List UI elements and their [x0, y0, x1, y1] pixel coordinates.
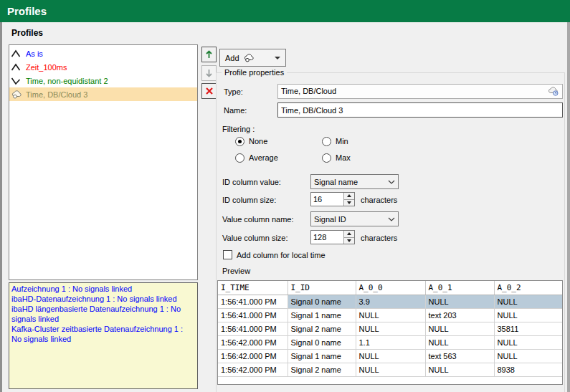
radio-circle-icon[interactable]	[322, 137, 331, 146]
preview-column-header[interactable]: I_ID	[288, 281, 356, 295]
spin-up-icon[interactable]	[344, 231, 354, 238]
value-column-size-value: 128	[311, 231, 343, 244]
value-size-characters-label: characters	[361, 234, 397, 242]
local-time-checkbox[interactable]	[223, 250, 232, 259]
name-input[interactable]	[277, 102, 563, 118]
preview-table-cell[interactable]: NULL	[494, 295, 563, 308]
red-x-icon	[205, 87, 214, 95]
preview-table-cell[interactable]: Signal 2 name	[288, 322, 356, 335]
profile-list-item-label: Zeit_100ms	[26, 63, 67, 72]
id-column-size-label: ID column size:	[222, 196, 276, 204]
preview-table-cell[interactable]: 1:56:42.000 PM	[218, 363, 288, 376]
window-frame-right	[567, 22, 570, 392]
preview-column-header[interactable]: A_0_1	[425, 281, 494, 295]
preview-table-cell[interactable]: text 203	[425, 308, 494, 322]
id-column-size-spinner[interactable]: 16	[310, 192, 355, 206]
value-column-name-label: Value column name:	[222, 215, 293, 224]
preview-table: I_TIMEI_IDA_0_0A_0_1A_0_2 1:56:41.000 PM…	[217, 280, 563, 385]
spin-down-icon[interactable]	[344, 200, 354, 206]
filtering-radio-group: NoneMinAverageMax	[235, 136, 422, 163]
profile-list-item[interactable]: Zeit_100ms	[9, 60, 197, 74]
profile-list-item[interactable]: Time, non-equidistant 2	[9, 74, 197, 87]
preview-table-row[interactable]: 1:56:42.000 PMSignal 0 name1.1NULLNULL	[218, 335, 563, 349]
preview-table-cell[interactable]: NULL	[425, 322, 494, 335]
preview-table-cell[interactable]: text 563	[425, 349, 494, 363]
preview-table-cell[interactable]: NULL	[356, 322, 425, 335]
filter-radio-none[interactable]: None	[235, 136, 322, 146]
preview-table-cell[interactable]: Signal 1 name	[288, 308, 356, 322]
recorder-message: Kafka-Cluster zeitbasierte Datenaufzeich…	[11, 324, 195, 344]
add-button-label: Add	[225, 54, 239, 62]
name-label: Name:	[224, 106, 247, 115]
preview-table-cell[interactable]: 8938	[494, 363, 563, 376]
radio-circle-icon[interactable]	[235, 137, 244, 146]
filter-radio-average[interactable]: Average	[235, 153, 322, 163]
preview-table-cell[interactable]: Signal 1 name	[288, 349, 356, 363]
preview-table-cell[interactable]: 1.1	[356, 335, 425, 349]
add-dropdown-caret-icon	[275, 57, 280, 59]
preview-table-row[interactable]: 1:56:42.000 PMSignal 2 nameNULLNULL8938	[218, 363, 563, 376]
preview-column-header[interactable]: I_TIME	[218, 281, 288, 295]
spin-down-icon[interactable]	[344, 238, 354, 244]
recorder-message: ibaHD-Datenaufzeichnung 1 : No signals l…	[11, 294, 195, 304]
local-time-checkbox-label: Add column for local time	[237, 251, 326, 259]
preview-table-cell[interactable]: NULL	[425, 363, 494, 376]
profiles-dialog: Profiles Profiles As isZeit_100msTime, n…	[0, 0, 570, 392]
preview-column-header[interactable]: A_0_0	[356, 281, 425, 295]
add-profile-button[interactable]: Add	[219, 49, 286, 67]
value-column-size-spinner[interactable]: 128	[310, 230, 355, 244]
preview-table-row[interactable]: 1:56:41.000 PMSignal 0 name3.9NULLNULL	[218, 295, 563, 308]
filter-radio-max[interactable]: Max	[322, 153, 422, 163]
preview-label: Preview	[222, 267, 250, 275]
profiles-listbox[interactable]: As isZeit_100msTime, non-equidistant 2Ti…	[9, 44, 198, 280]
delete-profile-button[interactable]	[201, 83, 217, 99]
arrow-up-icon	[205, 50, 213, 59]
preview-table-header-row: I_TIMEI_IDA_0_0A_0_1A_0_2	[218, 281, 563, 295]
preview-column-header[interactable]: A_0_2	[494, 281, 563, 295]
preview-table-cell[interactable]: 1:56:41.000 PM	[218, 322, 288, 335]
preview-table-row[interactable]: 1:56:42.000 PMSignal 1 nameNULLtext 563N…	[218, 349, 563, 363]
cloud-clock-icon	[11, 90, 23, 99]
preview-table-cell[interactable]: 35811	[494, 322, 563, 335]
preview-table-cell[interactable]: Signal 2 name	[288, 363, 356, 376]
filter-radio-label: Average	[249, 153, 278, 162]
line-valley-icon	[11, 76, 23, 85]
spin-up-icon[interactable]	[344, 193, 354, 200]
preview-table-cell[interactable]: 1:56:42.000 PM	[218, 335, 288, 349]
preview-table-cell[interactable]: NULL	[425, 335, 494, 349]
preview-table-cell[interactable]: NULL	[425, 295, 494, 308]
line-peak-icon	[11, 62, 23, 72]
preview-table-row[interactable]: 1:56:41.000 PMSignal 1 nameNULLtext 203N…	[218, 308, 563, 322]
preview-table-cell[interactable]: NULL	[494, 349, 563, 363]
preview-table-cell[interactable]: NULL	[356, 349, 425, 363]
id-size-characters-label: characters	[361, 196, 397, 204]
preview-table-cell[interactable]: NULL	[356, 308, 425, 322]
window-frame-left	[0, 22, 2, 392]
cloud-clock-icon	[547, 86, 560, 100]
recorder-message: ibaHD längenbasierte Datenaufzeichnung 1…	[11, 304, 195, 324]
preview-table-cell[interactable]: NULL	[494, 335, 563, 349]
preview-table-cell[interactable]: NULL	[356, 363, 425, 376]
profile-list-item[interactable]: Time, DB/Cloud 3	[9, 87, 197, 101]
preview-table-cell[interactable]: 1:56:41.000 PM	[218, 295, 288, 308]
preview-table-cell[interactable]: Signal 0 name	[288, 335, 356, 349]
dialog-title: Profiles	[0, 0, 570, 22]
preview-table-cell[interactable]: Signal 0 name	[288, 295, 356, 308]
filter-radio-min[interactable]: Min	[322, 136, 422, 146]
radio-circle-icon[interactable]	[322, 153, 331, 163]
value-column-name-combobox[interactable]: Signal ID	[310, 211, 399, 226]
preview-table-cell[interactable]: 1:56:41.000 PM	[218, 308, 288, 322]
radio-circle-icon[interactable]	[235, 153, 244, 163]
line-peak-icon	[11, 49, 23, 58]
move-down-button[interactable]	[201, 65, 217, 81]
move-up-button[interactable]	[201, 47, 217, 62]
id-column-size-value: 16	[311, 193, 343, 206]
preview-table-cell[interactable]: 1:56:42.000 PM	[218, 349, 288, 363]
preview-table-row[interactable]: 1:56:41.000 PMSignal 2 nameNULLNULL35811	[218, 322, 563, 335]
preview-table-cell[interactable]: NULL	[494, 308, 563, 322]
profile-properties-label: Profile properties	[222, 68, 287, 77]
id-column-value-combobox[interactable]: Signal name	[310, 174, 399, 189]
preview-table-cell[interactable]: 3.9	[356, 295, 425, 308]
type-field[interactable]: Time, DB/Cloud	[277, 84, 563, 99]
profile-list-item[interactable]: As is	[9, 47, 197, 60]
